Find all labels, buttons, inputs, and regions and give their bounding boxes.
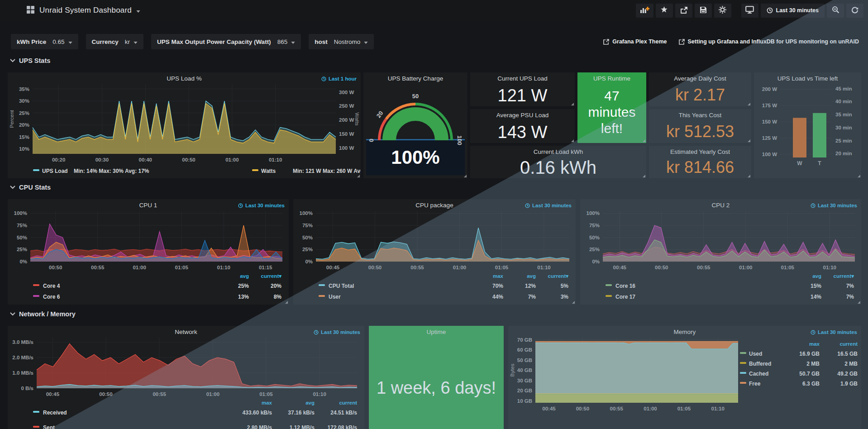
svg-text:01:00: 01:00 bbox=[133, 265, 146, 270]
svg-text:00:55: 00:55 bbox=[153, 391, 166, 397]
svg-text:01:05: 01:05 bbox=[781, 265, 795, 270]
caret-down-icon[interactable] bbox=[291, 38, 295, 46]
variable-value[interactable]: 0.65 bbox=[52, 38, 64, 45]
panel-title[interactable]: Estimated Yearly Cost bbox=[649, 148, 751, 155]
svg-text:20%: 20% bbox=[19, 122, 29, 128]
time-series-chart[interactable]: 100%75%50%25%0%00:4500:5000:5501:0001:05… bbox=[580, 199, 861, 305]
variable-pill-kwh-price: kWh Price0.65 bbox=[11, 34, 78, 49]
link-label: Setting up Grafana and InfluxDB for UPS … bbox=[688, 38, 859, 45]
svg-text:20: 20 bbox=[375, 110, 385, 119]
apps-grid-icon[interactable] bbox=[26, 5, 35, 16]
variable-value[interactable]: kr bbox=[125, 38, 130, 45]
save-icon bbox=[700, 6, 707, 15]
panel-ups-load-graph[interactable]: UPS Load %Last 1 hour35%30%25%20%15%10%3… bbox=[8, 72, 361, 178]
panel-title[interactable]: Current Load kWh bbox=[470, 148, 646, 155]
panel-estimated-yearly-cost[interactable]: Estimated Yearly Costkr 814.66 bbox=[649, 146, 751, 178]
share-button[interactable] bbox=[675, 4, 692, 18]
variable-pill-currency: Currencykr bbox=[86, 34, 144, 49]
svg-text:2.0 MB/s: 2.0 MB/s bbox=[12, 355, 33, 360]
svg-text:01:10: 01:10 bbox=[313, 391, 326, 397]
navbar: Unraid System Dashboard Last 30 minutes bbox=[0, 0, 868, 21]
svg-text:30 GB: 30 GB bbox=[517, 378, 532, 383]
add-panel-button[interactable] bbox=[636, 4, 653, 18]
dashboard-title[interactable]: Unraid System Dashboard bbox=[39, 6, 132, 15]
svg-text:00:55: 00:55 bbox=[410, 265, 424, 270]
variable-value[interactable]: Nostromo bbox=[334, 38, 361, 45]
panel-this-years-cost[interactable]: This Years Costkr 512.53 bbox=[649, 109, 751, 143]
panel-uptime[interactable]: Uptime1 week, 6 days! bbox=[369, 326, 504, 429]
panel-cpu-1[interactable]: CPU 1Last 30 minutes100%75%50%25%0%00:50… bbox=[8, 199, 289, 305]
svg-text:100 W: 100 W bbox=[339, 145, 354, 151]
svg-text:250 W: 250 W bbox=[339, 103, 354, 109]
svg-text:10%: 10% bbox=[19, 146, 29, 152]
panel-title[interactable]: UPS Runtime bbox=[577, 75, 646, 82]
panel-average-daily-cost[interactable]: Average Daily Costkr 2.17 bbox=[649, 72, 751, 106]
section-ups-stats[interactable]: UPS Stats bbox=[10, 57, 50, 64]
svg-text:150 W: 150 W bbox=[762, 119, 777, 124]
svg-text:01:10: 01:10 bbox=[537, 265, 550, 270]
svg-text:100%: 100% bbox=[300, 210, 313, 216]
panel-network[interactable]: NetworkLast 30 minutes3.0 MB/s2.0 MB/s1.… bbox=[8, 326, 364, 429]
panel-ups-load-vs-time-left[interactable]: UPS Load vs Time left200 W175 W150 W125 … bbox=[754, 72, 861, 178]
section-cpu-stats[interactable]: CPU Stats bbox=[10, 184, 51, 191]
time-range-label: Last 30 minutes bbox=[776, 7, 819, 14]
stat-value: kr 2.17 bbox=[649, 87, 751, 103]
stat-value: 121 W bbox=[470, 87, 575, 104]
caret-down-icon[interactable] bbox=[134, 38, 138, 46]
caret-down-icon[interactable] bbox=[364, 38, 368, 46]
variable-label: kWh Price bbox=[17, 38, 46, 45]
section-network-memory[interactable]: Network / Memory bbox=[10, 310, 76, 318]
panel-current-load-kwh[interactable]: Current Load kWh0.16 kWh bbox=[470, 146, 646, 178]
refresh-button[interactable] bbox=[846, 4, 863, 18]
time-series-chart[interactable]: 35%30%25%20%15%10%300 W250 W200 W150 W10… bbox=[8, 72, 361, 178]
caret-down-icon[interactable] bbox=[68, 38, 72, 46]
svg-text:25%: 25% bbox=[302, 247, 313, 252]
panel-ups-battery-charge[interactable]: UPS Battery Charge02050100100% bbox=[363, 72, 467, 178]
panel-title[interactable]: Average Daily Cost bbox=[649, 75, 751, 82]
dashboard-link[interactable]: Setting up Grafana and InfluxDB for UPS … bbox=[679, 38, 859, 45]
dashboard-link[interactable]: Grafana Plex Theme bbox=[603, 38, 667, 45]
time-series-chart[interactable]: 100%75%50%25%0%00:5000:5501:0001:0501:10… bbox=[8, 199, 289, 305]
cycle-view-button[interactable] bbox=[741, 4, 758, 18]
panel-memory[interactable]: MemoryLast 30 minutes70 GB60 GB50 GB40 G… bbox=[508, 326, 861, 429]
settings-button[interactable] bbox=[714, 4, 731, 18]
time-series-chart[interactable]: 70 GB60 GB50 GB40 GB30 GB20 GB10 GB00:45… bbox=[508, 326, 861, 429]
svg-text:01:05: 01:05 bbox=[495, 265, 509, 270]
dashboard-links: Grafana Plex ThemeSetting up Grafana and… bbox=[603, 34, 859, 49]
svg-text:00:55: 00:55 bbox=[697, 265, 711, 270]
time-series-chart[interactable]: 100%75%50%25%0%00:4500:5000:5501:0001:05… bbox=[293, 199, 576, 305]
time-series-chart[interactable]: 3.0 MB/s2.0 MB/s1.0 MB/s0 B/s00:4500:500… bbox=[8, 326, 364, 429]
panel-title[interactable]: This Years Cost bbox=[649, 112, 751, 119]
variable-label: UPS Max Output Power Capacity (Watt) bbox=[157, 38, 271, 45]
panel-title[interactable]: Uptime bbox=[369, 329, 504, 335]
svg-text:01:05: 01:05 bbox=[175, 265, 188, 270]
panel-title[interactable]: Average PSU Load bbox=[470, 112, 575, 119]
svg-text:00:45: 00:45 bbox=[326, 265, 340, 270]
variable-value[interactable]: 865 bbox=[277, 38, 288, 45]
svg-text:01:05: 01:05 bbox=[677, 406, 691, 411]
panel-cpu-2[interactable]: CPU 2Last 30 minutes100%75%50%25%0%00:45… bbox=[580, 199, 861, 305]
panel-ups-runtime[interactable]: UPS Runtime47minutesleft! bbox=[577, 72, 646, 143]
svg-text:00:50: 00:50 bbox=[576, 406, 589, 411]
save-button[interactable] bbox=[695, 4, 712, 18]
svg-text:100: 100 bbox=[456, 135, 463, 145]
variable-row: kWh Price0.65CurrencykrUPS Max Output Po… bbox=[11, 34, 861, 49]
svg-text:01:10: 01:10 bbox=[217, 265, 230, 270]
svg-text:70 GB: 70 GB bbox=[517, 337, 532, 343]
panel-resize-handle[interactable] bbox=[643, 139, 645, 142]
panel-cpu-package[interactable]: CPU packageLast 30 minutes100%75%50%25%0… bbox=[293, 199, 576, 305]
zoom-out-button[interactable] bbox=[827, 4, 844, 18]
panel-average-psu-load[interactable]: Average PSU Load143 W bbox=[470, 109, 575, 143]
svg-text:35 min: 35 min bbox=[835, 112, 852, 117]
star-button[interactable] bbox=[656, 4, 673, 18]
time-range-picker[interactable]: Last 30 minutes bbox=[761, 4, 825, 18]
svg-text:300 W: 300 W bbox=[339, 90, 354, 95]
panel-current-ups-load[interactable]: Current UPS Load121 W bbox=[470, 72, 575, 106]
panel-title[interactable]: Current UPS Load bbox=[470, 75, 575, 82]
svg-text:01:10: 01:10 bbox=[823, 265, 836, 270]
svg-text:25%: 25% bbox=[19, 110, 29, 116]
bar-chart: 200 W175 W150 W125 W100 W45 min40 min35 … bbox=[754, 72, 861, 178]
svg-text:50%: 50% bbox=[589, 235, 600, 240]
svg-text:50: 50 bbox=[412, 93, 419, 100]
svg-text:125 W: 125 W bbox=[762, 135, 777, 141]
